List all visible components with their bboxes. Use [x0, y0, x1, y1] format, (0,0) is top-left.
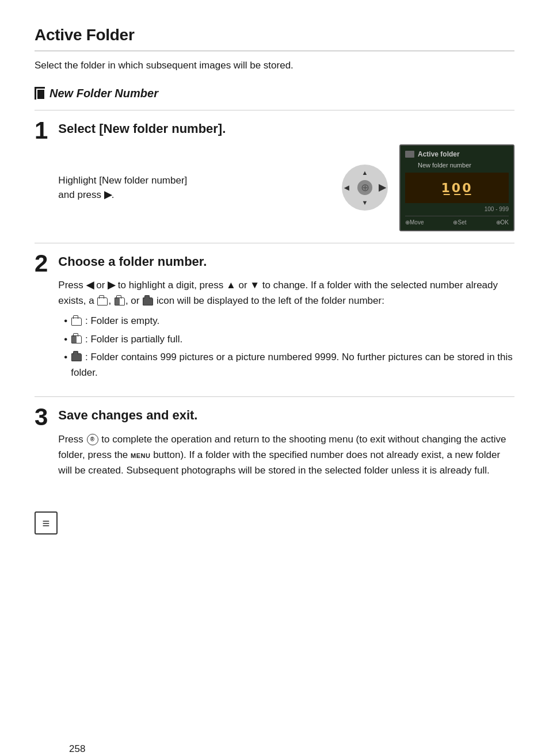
- dpad: ▲ ▼ ◀ ▶: [342, 165, 388, 211]
- lcd-title-row: Active folder: [405, 149, 509, 159]
- bullet-dot-3: •: [64, 349, 67, 365]
- step-1-content: Select [New folder number]. Highlight [N…: [58, 121, 514, 243]
- bullet-3-text: : Folder contains 999 pictures or a pict…: [71, 349, 514, 380]
- bullet-dot-2: •: [64, 331, 67, 347]
- icon-folder-partial-2: [71, 335, 82, 343]
- icon-folder-empty-2: [71, 318, 82, 326]
- dpad-arrow-left: ◀: [344, 183, 349, 193]
- step-1-inner: Highlight [New folder number]and press ▶…: [58, 144, 514, 231]
- step-2: 2 Choose a folder number. Press ◀ or ▶ t…: [35, 254, 514, 397]
- icon-folder-full: [143, 297, 153, 306]
- step-3-number: 3: [35, 405, 48, 429]
- step2-arrow-down: ▼: [250, 280, 260, 291]
- bottom-menu-icon: [35, 511, 58, 534]
- page-title: Active Folder: [35, 23, 514, 47]
- step-3-content: Save changes and exit. Press ® to comple…: [58, 407, 514, 494]
- lcd-move: ⊕Move: [405, 218, 424, 227]
- step-3-body: Press ® to complete the operation and re…: [58, 432, 514, 479]
- step-1: 1 Select [New folder number]. Highlight …: [35, 121, 514, 243]
- icon-folder-partial: [115, 297, 125, 306]
- section-icon: [35, 87, 45, 100]
- step-2-intro: Press ◀ or ▶ to highlight a digit, press…: [58, 277, 514, 308]
- lcd-footer: ⊕Move ⊕Set ⊕OK: [405, 216, 509, 227]
- step-1-body: Highlight [New folder number]and press ▶…: [58, 173, 330, 203]
- lcd-camera-icon: [405, 151, 414, 158]
- ok-circle-icon: ®: [87, 434, 98, 445]
- arrow-right-icon: ▶: [104, 189, 112, 200]
- bullet-1: • : Folder is empty.: [64, 313, 514, 329]
- step3-rule: [35, 396, 514, 397]
- bullet-2: • : Folder is partially full.: [64, 331, 514, 347]
- lcd-range: 100 - 999: [405, 205, 509, 213]
- step-1-heading: Select [New folder number].: [58, 121, 514, 137]
- step-1-text: Highlight [New folder number]and press ▶…: [58, 173, 330, 203]
- step2-arrow-left: ◀: [86, 280, 94, 291]
- lcd-screen: Active folder New folder number 1̲0̲0̲ 1…: [399, 144, 514, 231]
- dpad-center: [357, 180, 372, 195]
- step-2-content: Choose a folder number. Press ◀ or ▶ to …: [58, 254, 514, 397]
- step-2-body: Press ◀ or ▶ to highlight a digit, press…: [58, 277, 514, 380]
- section-header-label: New Folder Number: [49, 85, 158, 102]
- bullet-list: • : Folder is empty. • : Folder is parti…: [64, 313, 514, 380]
- subtitle-text: Select the folder in which subsequent im…: [35, 58, 514, 73]
- step-3: 3 Save changes and exit. Press ® to comp…: [35, 407, 514, 494]
- bullet-2-text: : Folder is partially full.: [71, 331, 182, 347]
- step-2-number: 2: [35, 251, 48, 276]
- lcd-number: 1̲0̲0̲: [409, 175, 505, 201]
- lcd-title: Active folder: [418, 149, 460, 159]
- section-header: New Folder Number: [35, 85, 514, 102]
- menu-label: menu: [131, 450, 150, 460]
- lcd-set: ⊕Set: [453, 218, 466, 227]
- bullet-1-text: : Folder is empty.: [71, 313, 159, 329]
- step2-rule: [35, 243, 514, 243]
- step-2-heading: Choose a folder number.: [58, 254, 514, 270]
- page-number: 258: [69, 742, 85, 757]
- dpad-arrow-right: ▶: [379, 181, 386, 194]
- dpad-arrow-down: ▼: [362, 198, 368, 208]
- bullet-3: • : Folder contains 999 pictures or a pi…: [64, 349, 514, 380]
- title-divider: [35, 51, 514, 51]
- step2-arrow-up: ▲: [226, 280, 236, 291]
- dpad-arrow-up: ▲: [362, 168, 368, 178]
- lcd-subtitle: New folder number: [418, 161, 509, 170]
- icon-folder-empty: [97, 297, 108, 306]
- step1-rule: [35, 110, 514, 110]
- dpad-circle: ▲ ▼ ◀ ▶: [342, 165, 388, 211]
- step-1-number: 1: [35, 119, 48, 143]
- bullet-dot-1: •: [64, 313, 67, 329]
- step-3-text: Press ® to complete the operation and re…: [58, 432, 514, 479]
- step2-arrow-right: ▶: [108, 280, 115, 291]
- step-3-heading: Save changes and exit.: [58, 407, 514, 423]
- icon-folder-full-2: [71, 353, 82, 361]
- lcd-ok: ⊕OK: [496, 218, 509, 227]
